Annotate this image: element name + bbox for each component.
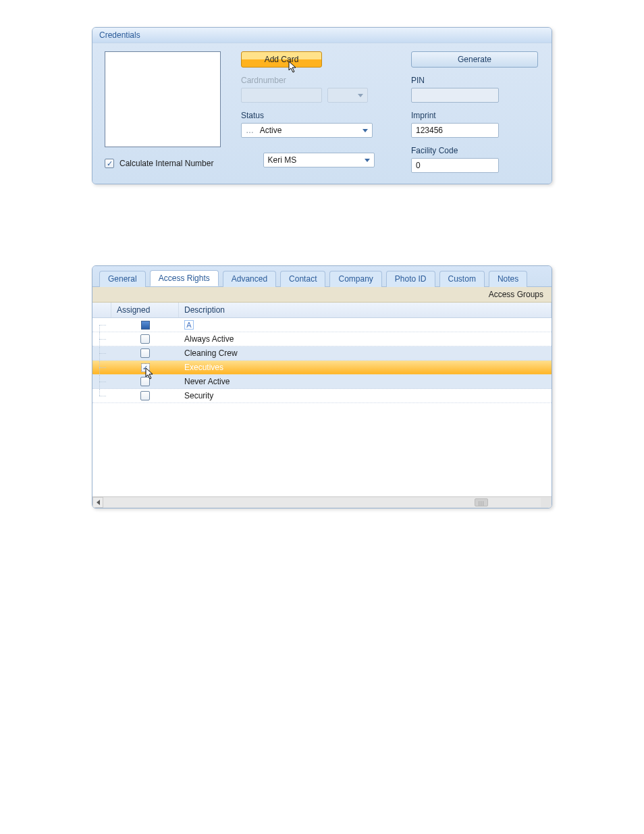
assigned-cell[interactable] <box>111 391 179 400</box>
tree-branch-icon <box>92 389 111 402</box>
status-ellipsis-icon: … <box>246 126 254 135</box>
add-card-label: Add Card <box>265 55 299 64</box>
description-cell[interactable]: Security <box>179 391 552 400</box>
assigned-cell[interactable] <box>111 348 179 358</box>
tab-label: General <box>108 274 137 284</box>
grid-column-headers: Assigned Description <box>92 303 552 318</box>
table-row[interactable]: Cleaning Crew <box>92 346 552 361</box>
assigned-checkbox[interactable] <box>140 334 150 344</box>
description-cell[interactable]: Cleaning Crew <box>179 348 552 358</box>
scroll-track[interactable]: ||| <box>103 498 541 507</box>
description-cell[interactable]: Never Active <box>179 377 552 386</box>
cardnumber-type-dropdown[interactable] <box>327 88 368 103</box>
assigned-cell[interactable] <box>111 321 179 330</box>
generate-button[interactable]: Generate <box>411 51 538 68</box>
tab-label: Custom <box>448 274 476 284</box>
facility-code-input[interactable]: 0 <box>411 158 499 173</box>
tree-branch-icon <box>92 375 111 388</box>
imprint-input[interactable]: 123456 <box>411 123 499 138</box>
table-row[interactable]: Always Active <box>92 332 552 346</box>
description-text: Security <box>184 391 213 400</box>
calculate-internal-checkbox[interactable] <box>105 159 114 168</box>
tab-label: Notes <box>498 274 518 284</box>
description-cell[interactable]: Executives <box>179 363 552 372</box>
generate-label: Generate <box>458 55 491 64</box>
tree-branch-icon <box>92 332 111 346</box>
assigned-cell[interactable] <box>111 334 179 344</box>
chevron-down-icon <box>363 129 368 132</box>
tab-label: Access Rights <box>159 273 210 283</box>
assigned-checkbox[interactable] <box>140 348 150 358</box>
access-groups-header: Access Groups <box>92 287 552 303</box>
cardnumber-label: Cardnumber <box>241 76 396 85</box>
card-format-dropdown[interactable]: Keri MS <box>263 153 375 167</box>
status-dropdown[interactable]: … Active <box>241 123 373 138</box>
column-assigned[interactable]: Assigned <box>111 303 179 317</box>
horizontal-scrollbar[interactable]: ||| <box>92 496 552 508</box>
table-row[interactable]: Security <box>92 389 552 403</box>
chevron-down-icon <box>358 94 363 97</box>
column-description[interactable]: Description <box>179 303 552 317</box>
scroll-thumb[interactable]: ||| <box>475 498 488 506</box>
edit-icon: A <box>184 320 194 330</box>
description-text: Always Active <box>184 334 234 344</box>
tree-branch-icon <box>92 361 111 374</box>
status-label: Status <box>241 111 396 120</box>
photo-placeholder[interactable] <box>105 51 221 147</box>
pin-input[interactable] <box>411 88 499 103</box>
facility-code-label: Facility Code <box>411 146 538 155</box>
description-cell[interactable]: A <box>179 320 552 330</box>
card-format-value: Keri MS <box>268 155 297 165</box>
table-row[interactable]: Never Active <box>92 375 552 389</box>
triangle-left-icon <box>97 500 100 505</box>
tab-label: Photo ID <box>395 274 427 284</box>
credentials-body: Add Card Cardnumber <box>92 43 552 184</box>
cardnumber-input[interactable] <box>241 88 322 103</box>
add-card-button[interactable]: Add Card <box>241 51 322 68</box>
tab-advanced[interactable]: Advanced <box>223 271 276 287</box>
assigned-cell[interactable] <box>111 363 179 372</box>
tab-notes[interactable]: Notes <box>489 271 527 287</box>
tab-custom[interactable]: Custom <box>439 271 485 287</box>
calculate-internal-label: Calculate Internal Number <box>119 159 213 168</box>
tree-branch-icon <box>92 318 111 332</box>
credentials-title: Credentials <box>92 28 552 43</box>
tab-company[interactable]: Company <box>329 271 381 287</box>
chevron-down-icon <box>365 159 370 162</box>
assigned-checkbox[interactable] <box>141 363 150 372</box>
status-value: Active <box>260 126 282 135</box>
tab-contact[interactable]: Contact <box>280 271 325 287</box>
tab-label: Contact <box>289 274 317 284</box>
tab-label: Company <box>338 274 373 284</box>
assigned-checkbox[interactable] <box>140 391 150 400</box>
access-rights-panel: General Access Rights Advanced Contact C… <box>92 265 552 509</box>
imprint-label: Imprint <box>411 111 538 120</box>
tree-branch-icon <box>92 346 111 360</box>
assigned-cell[interactable] <box>111 377 179 386</box>
credentials-panel: Credentials Add Card Cardnu <box>92 27 552 184</box>
access-groups-grid: Assigned Description A <box>92 303 552 508</box>
table-row[interactable]: A <box>92 318 552 332</box>
tab-label: Advanced <box>232 274 267 284</box>
description-cell[interactable]: Always Active <box>179 334 552 344</box>
scroll-left-button[interactable] <box>92 497 103 508</box>
description-text: Executives <box>184 363 223 372</box>
tab-general[interactable]: General <box>99 271 146 287</box>
assigned-all-icon <box>141 321 150 330</box>
table-row[interactable]: Executives <box>92 361 552 375</box>
assigned-checkbox[interactable] <box>140 377 150 386</box>
pin-label: PIN <box>411 76 538 85</box>
description-text: Never Active <box>184 377 230 386</box>
description-text: Cleaning Crew <box>184 348 238 358</box>
tab-photo-id[interactable]: Photo ID <box>386 271 435 287</box>
grid-body: A Always Active Cle <box>92 318 552 496</box>
tabstrip: General Access Rights Advanced Contact C… <box>92 266 552 287</box>
tab-access-rights[interactable]: Access Rights <box>150 270 219 286</box>
